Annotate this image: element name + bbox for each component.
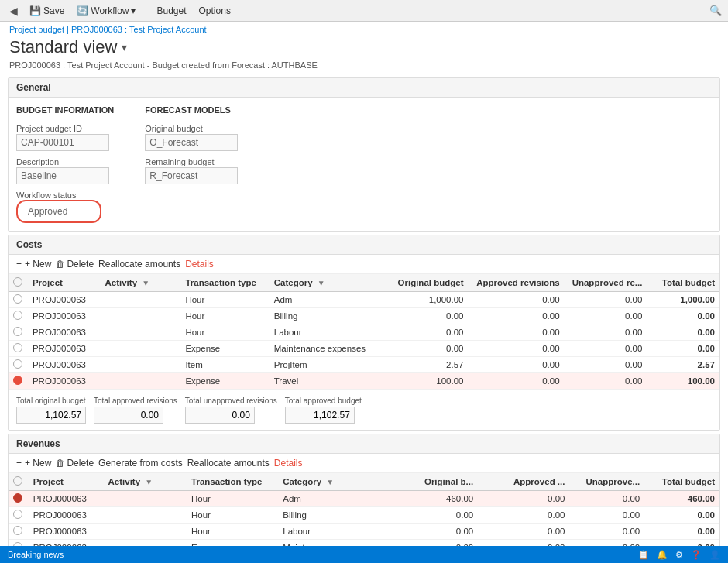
table-row[interactable]: PROJ000063 Hour Labour 0.00 0.00 0.00 0.… <box>9 524 719 540</box>
revenues-details-button[interactable]: Details <box>274 458 303 469</box>
select-all-icon[interactable] <box>13 277 22 287</box>
breadcrumb: Project budget | PROJ000063 : Test Proje… <box>0 22 728 34</box>
status-icon-2[interactable]: 🔔 <box>657 550 668 560</box>
page-subtitle: PROJ000063 : Test Project Account - Budg… <box>0 59 728 74</box>
row-radio-icon[interactable] <box>13 311 22 320</box>
row-radio-icon[interactable] <box>13 343 22 352</box>
row-radio-icon[interactable] <box>13 327 22 336</box>
revenues-reallocate-button[interactable]: Reallocate amounts <box>187 458 270 469</box>
toolbar: ◀ 💾 Save 🔄 Workflow ▾ Budget Options 🔍 <box>0 0 728 22</box>
table-row[interactable]: PROJ000063 Expense Travel 100.00 0.00 0.… <box>9 373 719 390</box>
total-approved-field: Total approved revisions <box>94 397 177 424</box>
row-transaction-type: Hour <box>180 324 269 341</box>
workflow-status-input[interactable] <box>24 203 94 220</box>
rev-row-project: PROJ000063 <box>29 524 104 540</box>
rev-row-total-budget: 0.00 <box>644 524 719 540</box>
revenues-new-button[interactable]: + + New <box>16 458 51 469</box>
rev-row-total-budget: 0.00 <box>644 507 719 524</box>
row-project: PROJ000063 <box>28 292 101 308</box>
rev-row-select-cell[interactable] <box>9 524 29 540</box>
options-button[interactable]: Options <box>195 4 235 18</box>
description-input[interactable] <box>16 167 109 184</box>
rev-row-radio-icon[interactable] <box>13 493 22 503</box>
rev-col-orig-budget-header: Original b... <box>403 473 478 491</box>
original-budget-input[interactable] <box>145 134 238 151</box>
status-icon-5[interactable]: 👤 <box>709 550 720 560</box>
col-project-header: Project <box>28 274 101 292</box>
rev-row-category: Adm <box>278 491 403 507</box>
search-button[interactable]: 🔍 <box>709 5 722 16</box>
row-activity <box>100 308 180 324</box>
revenues-delete-button[interactable]: 🗑 Delete <box>56 458 94 469</box>
rev-col-unappr-rev-header: Unapprove... <box>569 473 644 491</box>
rev-category-filter-icon[interactable]: ▼ <box>326 478 334 486</box>
row-total-budget: 100.00 <box>647 373 719 390</box>
remaining-budget-input[interactable] <box>145 167 238 184</box>
rev-row-radio-icon[interactable] <box>13 526 22 535</box>
rev-row-category: Labour <box>278 524 403 540</box>
breadcrumb-current: PROJ000063 : Test Project Account <box>71 25 207 34</box>
row-original-budget: 0.00 <box>390 341 469 357</box>
row-select-cell[interactable] <box>9 373 28 390</box>
budget-button[interactable]: Budget <box>153 4 190 18</box>
rev-select-all-icon[interactable] <box>13 476 22 486</box>
total-original-input[interactable] <box>16 407 86 424</box>
category-filter-icon[interactable]: ▼ <box>318 279 325 287</box>
rev-row-unapproved-re: 0.00 <box>569 507 644 524</box>
total-unapproved-input[interactable] <box>185 407 255 424</box>
rev-row-select-cell[interactable] <box>9 491 29 507</box>
save-button[interactable]: 💾 Save <box>26 4 68 18</box>
costs-details-button[interactable]: Details <box>185 259 214 269</box>
rev-row-select-cell[interactable] <box>9 507 29 524</box>
row-total-budget: 0.00 <box>647 308 719 324</box>
status-icon-4[interactable]: ❓ <box>691 550 702 560</box>
costs-section: Costs + + New 🗑 Delete Reallocate amount… <box>8 235 720 431</box>
row-select-cell[interactable] <box>9 292 28 308</box>
breadcrumb-link[interactable]: Project budget <box>9 25 64 34</box>
row-radio-icon[interactable] <box>13 376 22 385</box>
table-row[interactable]: PROJ000063 Hour Billing 0.00 0.00 0.00 0… <box>9 507 719 524</box>
workflow-button[interactable]: 🔄 Workflow ▾ <box>73 4 139 18</box>
table-row[interactable]: PROJ000063 Item ProjItem 2.57 0.00 0.00 … <box>9 357 719 373</box>
col-select <box>9 274 28 292</box>
remaining-budget-label: Remaining budget <box>145 157 238 166</box>
table-row[interactable]: PROJ000063 Hour Billing 0.00 0.00 0.00 0… <box>9 308 719 324</box>
row-unapproved-re: 0.00 <box>565 373 647 390</box>
total-approved-budget-input[interactable] <box>285 407 355 424</box>
description-field: Description <box>16 157 114 184</box>
row-unapproved-re: 0.00 <box>565 308 647 324</box>
original-budget-field: Original budget <box>145 124 238 151</box>
costs-delete-button[interactable]: 🗑 Delete <box>56 259 94 269</box>
costs-new-button[interactable]: + + New <box>16 259 51 269</box>
row-radio-icon[interactable] <box>13 359 22 369</box>
row-activity <box>100 324 180 341</box>
costs-reallocate-button[interactable]: Reallocate amounts <box>98 259 180 269</box>
status-icon-3[interactable]: ⚙ <box>675 550 683 560</box>
row-select-cell[interactable] <box>9 341 28 357</box>
rev-col-total-budget-header: Total budget <box>644 473 719 491</box>
total-approved-input[interactable] <box>94 407 163 424</box>
row-select-cell[interactable] <box>9 357 28 373</box>
table-row[interactable]: PROJ000063 Expense Maintenance expenses … <box>9 341 719 357</box>
table-row[interactable]: PROJ000063 Hour Labour 0.00 0.00 0.00 0.… <box>9 324 719 341</box>
rev-activity-filter-icon[interactable]: ▼ <box>145 478 153 486</box>
title-dropdown-icon[interactable]: ▾ <box>122 41 127 53</box>
rev-row-activity <box>104 524 187 540</box>
costs-toolbar: + + New 🗑 Delete Reallocate amounts Deta… <box>9 255 719 274</box>
revenues-generate-button[interactable]: Generate from costs <box>98 458 183 469</box>
costs-table-body: PROJ000063 Hour Adm 1,000.00 0.00 0.00 1… <box>9 292 719 390</box>
row-select-cell[interactable] <box>9 324 28 341</box>
row-activity <box>100 357 180 373</box>
project-budget-id-input[interactable] <box>16 134 109 151</box>
back-button[interactable]: ◀ <box>6 3 21 19</box>
row-radio-icon[interactable] <box>13 294 22 304</box>
rev-col-category-header: Category ▼ <box>278 473 403 491</box>
rev-row-radio-icon[interactable] <box>13 510 22 519</box>
table-row[interactable]: PROJ000063 Hour Adm 1,000.00 0.00 0.00 1… <box>9 292 719 308</box>
row-select-cell[interactable] <box>9 308 28 324</box>
table-row[interactable]: PROJ000063 Hour Adm 460.00 0.00 0.00 460… <box>9 491 719 507</box>
status-icon-1[interactable]: 📋 <box>638 550 649 560</box>
separator <box>146 4 146 18</box>
activity-filter-icon[interactable]: ▼ <box>142 279 149 287</box>
total-unapproved-label: Total unapproved revisions <box>185 397 277 405</box>
